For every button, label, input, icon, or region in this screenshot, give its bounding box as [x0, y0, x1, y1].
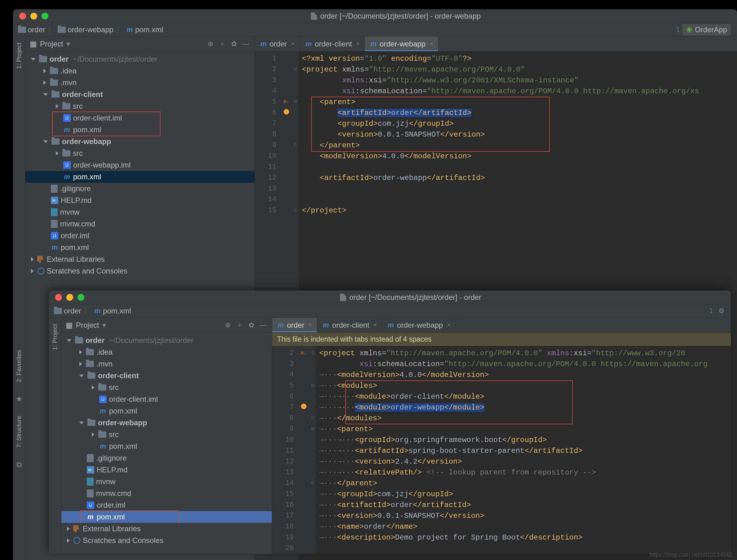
build-icon[interactable]: ⤵	[674, 25, 682, 34]
tab-order[interactable]: morder×	[272, 318, 317, 332]
close-icon[interactable]: ×	[430, 41, 433, 47]
tree-item[interactable]: mpom.xml	[61, 405, 272, 417]
tree-item[interactable]: .mvn	[61, 358, 272, 370]
structure-icon: ⧉	[16, 460, 22, 469]
gear-icon[interactable]: ✿	[247, 321, 256, 330]
tree-item[interactable]: External Libraries	[25, 253, 254, 265]
tree-item[interactable]: iJorder-client.iml	[61, 393, 272, 405]
maximize-icon[interactable]	[77, 294, 84, 301]
tree-item[interactable]: External Libraries	[61, 523, 272, 535]
build-icon[interactable]: ⤵	[707, 307, 715, 315]
tab-order-client[interactable]: morder-client×	[300, 37, 365, 51]
close-icon[interactable]: ×	[356, 41, 360, 47]
rail-favorites[interactable]: 2: Favorites	[15, 347, 23, 385]
minimize-icon[interactable]	[66, 294, 73, 301]
tree-root[interactable]: order~/Documents/jzjtest/order	[61, 335, 272, 346]
tree-item[interactable]: order-client	[61, 370, 272, 382]
library-icon	[73, 525, 80, 532]
tree-item[interactable]: .gitignore	[61, 452, 272, 464]
maven-icon: m	[370, 40, 377, 48]
folder-icon	[18, 27, 26, 33]
tree-item[interactable]: order-client	[25, 89, 254, 100]
tab-order-client[interactable]: morder-client×	[317, 318, 383, 332]
editor-tabs: morder× morder-client× morder-webapp×	[255, 37, 737, 51]
tree-item[interactable]: src	[25, 100, 254, 112]
tree-item[interactable]: iJorder.iml	[25, 230, 254, 242]
tree-item[interactable]: mpom.xml	[25, 242, 254, 253]
tree-item[interactable]: mvnw	[61, 476, 272, 488]
breadcrumb-item[interactable]: mpom.xml	[124, 25, 165, 34]
close-icon[interactable]: ×	[447, 322, 451, 328]
tree-item[interactable]: iJorder.iml	[61, 499, 272, 511]
tree-item[interactable]: .idea	[25, 65, 254, 77]
hide-icon[interactable]: —	[241, 40, 250, 48]
code-editor[interactable]: 234567891011121314151617181920 m↓ ⊟⊟⊏⊟⊏ …	[272, 346, 731, 554]
tree-item[interactable]: order-webapp	[61, 417, 272, 429]
tree-item[interactable]: mpom.xml	[25, 124, 254, 136]
gear-icon[interactable]: ⚙	[715, 307, 728, 315]
tree-item[interactable]: mvnw.cmd	[25, 218, 254, 230]
collapse-icon[interactable]: ÷	[235, 321, 244, 330]
rail-structure[interactable]: 7: Structure	[15, 413, 23, 451]
chevron-down-icon[interactable]: ▾	[102, 321, 106, 330]
hide-icon[interactable]: —	[259, 321, 267, 330]
window-order: order [~/Documents/jzjtest/order] - orde…	[49, 291, 731, 554]
tree-item[interactable]: src	[61, 429, 272, 440]
tree-item[interactable]: M↓HELP.md	[25, 195, 254, 206]
rail-project[interactable]: 1: Project	[51, 321, 59, 353]
iml-icon: iJ	[63, 161, 71, 169]
tree-item[interactable]: order-webapp	[25, 136, 254, 147]
folder-icon	[51, 138, 59, 145]
tab-order-webapp[interactable]: morder-webapp×	[382, 318, 456, 332]
target-icon[interactable]: ⊕	[206, 40, 215, 48]
tree-item[interactable]: iJorder-client.iml	[25, 112, 254, 124]
rail-project[interactable]: 1: Project	[15, 40, 23, 72]
breadcrumb-item[interactable]: order	[16, 25, 47, 34]
folder-icon	[51, 91, 59, 98]
close-icon[interactable]: ×	[309, 322, 312, 328]
gear-icon[interactable]: ✿	[230, 40, 238, 48]
file-icon	[51, 220, 58, 228]
close-icon[interactable]: ×	[291, 41, 295, 47]
collapse-icon[interactable]: ÷	[218, 40, 226, 48]
chevron-right-icon: 〉	[115, 25, 124, 35]
tree-item[interactable]: .mvn	[25, 77, 254, 89]
tab-order[interactable]: morder×	[255, 37, 300, 51]
maven-icon: m	[322, 322, 330, 329]
breadcrumb-item[interactable]: order-webapp	[56, 25, 115, 34]
minimize-icon[interactable]	[30, 13, 37, 20]
breadcrumb-item[interactable]: mpom.xml	[92, 307, 133, 315]
run-config-selector[interactable]: ❀ OrderApp	[682, 24, 731, 35]
tree-item-selected[interactable]: mpom.xml	[25, 171, 254, 183]
close-icon[interactable]: ×	[374, 322, 377, 328]
left-tool-rail-lower: 2: Favorites ★ 7: Structure ⧉	[13, 285, 25, 560]
bulb-icon[interactable]	[301, 404, 306, 409]
tree-item[interactable]: iJorder-webapp.iml	[25, 159, 254, 171]
tab-order-webapp[interactable]: morder-webapp×	[365, 37, 439, 51]
bulb-icon[interactable]	[283, 109, 289, 115]
chevron-down-icon[interactable]: ▾	[66, 40, 70, 48]
window-title: order [~/Documents/jzjtest/order] - orde…	[55, 12, 737, 20]
tree-item[interactable]: mpom.xml	[61, 440, 272, 452]
tree-item[interactable]: Scratches and Consoles	[25, 265, 254, 277]
maven-icon: m	[51, 244, 58, 251]
breadcrumb-item[interactable]: order	[52, 307, 83, 315]
tree-item[interactable]: .idea	[61, 346, 272, 358]
tree-item[interactable]: mvnw.cmd	[61, 488, 272, 499]
tree-item[interactable]: src	[25, 147, 254, 159]
maximize-icon[interactable]	[42, 13, 48, 20]
tree-item[interactable]: Scratches and Consoles	[61, 535, 272, 546]
target-icon[interactable]: ⊕	[223, 321, 232, 330]
code-content[interactable]: <project xmlns="http://maven.apache.org/…	[316, 346, 731, 554]
tree-item-selected[interactable]: mpom.xml	[61, 511, 272, 523]
folder-icon	[87, 373, 95, 379]
tree-item[interactable]: src	[61, 382, 272, 393]
tree-item[interactable]: .gitignore	[25, 183, 254, 195]
close-icon[interactable]	[55, 294, 62, 301]
tree-item[interactable]: M↓HELP.md	[61, 464, 272, 476]
folder-icon	[50, 68, 58, 74]
tree-item[interactable]: mvnw	[25, 206, 254, 218]
breadcrumb: order 〉 order-webapp 〉 mpom.xml ⤵ ❀ Orde…	[13, 23, 737, 37]
close-icon[interactable]	[19, 13, 26, 20]
tree-root[interactable]: order~/Documents/jzjtest/order	[25, 53, 254, 65]
